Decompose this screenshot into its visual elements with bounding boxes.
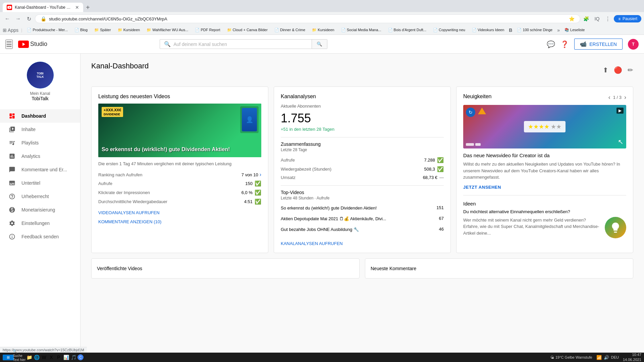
taskbar-chrome[interactable]: C: [77, 354, 84, 360]
news-article-desc: Willst du mehr zu den aktuellen Neuigkei…: [463, 161, 626, 181]
top-video-1[interactable]: So erkennst du (wirklich!) gute Dividend…: [281, 204, 444, 213]
sidebar-label-playlists: Playlists: [21, 140, 39, 145]
bookmark-pdf[interactable]: 📄 PDF Report: [193, 27, 222, 33]
yt-header: ☰ Studio 🔍 Auf deinem Kanal suchen 🔍 💬 ❓…: [0, 35, 644, 54]
bookmark-videokurs[interactable]: 📄 Videokurs Ideen: [470, 27, 506, 33]
settings-button[interactable]: ⋮: [603, 14, 612, 23]
new-tab-button[interactable]: +: [83, 4, 93, 11]
sidebar-item-inhalte[interactable]: Inhalte: [0, 123, 80, 136]
bookmark-dinner[interactable]: 📄 Dinner & Crime: [272, 27, 307, 33]
ca-umsatz-dash-icon: —: [439, 175, 444, 180]
taskbar-edge[interactable]: 🌐: [33, 354, 40, 361]
ranking-value[interactable]: 7 von 10 ›: [241, 172, 261, 178]
top-video-2-title: Aktien Depotupdate Mai 2021 🗒💰 Aktienkäu…: [281, 216, 439, 222]
create-button[interactable]: 📹 ERSTELLEN: [574, 39, 623, 50]
sidebar-item-dashboard[interactable]: Dashboard: [0, 109, 80, 123]
sidebar-item-feedback[interactable]: Feedback senden: [0, 230, 80, 243]
address-bar[interactable]: 🔒 studio.youtube.com/channel/UC6N5u-OiGz…: [35, 14, 580, 23]
ranking-chevron[interactable]: ›: [260, 172, 261, 178]
klickrate-row: Klickrate der Impressionen 6,0 % ✅: [98, 188, 261, 197]
apps-bookmark[interactable]: ⊞ Apps: [3, 27, 18, 33]
yt-studio-logo[interactable]: Studio: [18, 41, 47, 48]
news-thumbnail[interactable]: ★★★★ ★★ ▶ ↻: [463, 105, 626, 148]
sidebar-item-monetarisierung[interactable]: Monetarisierung: [0, 203, 80, 217]
monetarisierung-icon: [8, 206, 16, 213]
top-video-2[interactable]: Aktien Depotupdate Mai 2021 🗒💰 Aktienkäu…: [281, 215, 444, 223]
bookmark-kursideen2[interactable]: 📁 Kursideen: [310, 27, 336, 33]
bookmark-wahlfaecher[interactable]: 📁 Wahlfächer WU Aus...: [145, 27, 190, 33]
videoanalysen-link[interactable]: VIDEOANALYSEN AUFRUFEN: [98, 210, 261, 215]
user-avatar[interactable]: T: [628, 39, 639, 50]
news-prev-button[interactable]: ‹: [608, 94, 610, 101]
bookmark-kursideen1[interactable]: 📁 Kursideen: [116, 27, 142, 33]
bookmarks-overflow[interactable]: »: [557, 27, 560, 33]
bookmark-bois[interactable]: 📄 Bois d'Argent Duft...: [386, 27, 429, 33]
news-nav-counter: 1 / 3: [613, 95, 622, 100]
taskbar-app6[interactable]: 🎵: [70, 354, 77, 361]
top-video-3-title: Gut bezahlte Jobs OHNE Ausbildung 🔧: [281, 227, 439, 233]
channel-avatar[interactable]: TOBITALK: [27, 62, 54, 88]
kommentare-icon: [8, 166, 16, 173]
ca-wiedergabe-icon: ✅: [437, 166, 444, 172]
back-button[interactable]: ←: [3, 14, 12, 23]
top-video-3-views: 46: [439, 227, 444, 232]
sidebar-item-einstellungen[interactable]: Einstellungen: [0, 217, 80, 230]
time-display[interactable]: 10:47 14.06.2021: [623, 352, 641, 362]
sidebar-item-untertitel[interactable]: Untertitel: [0, 176, 80, 190]
bookmark-socialmedia[interactable]: 📄 Social Media Mana...: [339, 27, 383, 33]
bookmarks-more[interactable]: B: [509, 27, 512, 33]
kanalanalysen-link[interactable]: KANALANALYSEN AUFRUFEN: [281, 241, 444, 246]
top-video-3[interactable]: Gut bezahlte Jobs OHNE Ausbildung 🔧 46: [281, 225, 444, 234]
ca-wiedergabe-row: Wiedergabezeit (Stunden) 508,3 ✅: [281, 165, 444, 174]
live-button[interactable]: 🔴: [614, 66, 622, 74]
bookmark-cloud[interactable]: 📁 Cloud + Canva Bilder: [225, 27, 270, 33]
bookmark-spaeter[interactable]: 📁 Später: [92, 27, 113, 33]
channel-analytics-title: Kanalanalysen: [281, 94, 444, 100]
sidebar-item-analytics[interactable]: Analytics: [0, 149, 80, 163]
taskbar-apps: 🔍 Zur Suche Text hier eingeben: [16, 354, 23, 361]
help-button[interactable]: ❓: [560, 40, 569, 48]
news-cta-button[interactable]: JETZT ANSEHEN: [463, 185, 626, 190]
page-title: Kanal-Dashboard: [91, 62, 149, 70]
taskbar-powerpoint[interactable]: P: [55, 354, 62, 361]
search-submit-button[interactable]: 🔍: [312, 40, 327, 49]
search-bar: 🔍 Auf deinem Kanal suchen 🔍: [160, 39, 327, 49]
channel-avatar-img: TOBITALK: [27, 62, 54, 88]
taskbar-file-explorer[interactable]: 📁: [26, 354, 33, 361]
user-profile-button[interactable]: IQ: [592, 14, 602, 23]
pause-button[interactable]: ⏸ Pausiert: [614, 15, 641, 22]
bookmark-leseliste[interactable]: 📚 Leseliste: [562, 27, 587, 33]
tray-network-icon[interactable]: 📶: [596, 355, 602, 360]
kommentare-link[interactable]: KOMMENTARE ANZEIGEN (10): [98, 219, 261, 224]
extensions-button[interactable]: 🧩: [582, 14, 591, 23]
taskbar-app5[interactable]: 📊: [63, 354, 69, 361]
sidebar-item-urheberrecht[interactable]: Urheberrecht: [0, 190, 80, 203]
bookmark-produktsuche[interactable]: 📄 Produktsuche - Mer...: [25, 27, 70, 33]
menu-hamburger[interactable]: ☰: [5, 40, 13, 49]
news-alert-icon: [478, 108, 486, 114]
status-left: ⊞ 🔍 Zur Suche Text hier eingeben 📁 🌐 W X…: [3, 354, 84, 361]
main-content: Kanal-Dashboard ⬆ 🔴 ✏ Leistung des neues…: [80, 54, 644, 362]
sidebar-label-inhalte: Inhalte: [21, 127, 36, 132]
reload-button[interactable]: ↻: [24, 14, 34, 23]
notifications-button[interactable]: 💬: [547, 40, 555, 48]
upload-button[interactable]: ⬆: [603, 66, 608, 74]
sidebar-item-kommentare[interactable]: Kommentare und Er...: [0, 163, 80, 176]
edit-button[interactable]: ✏: [628, 66, 633, 74]
sidebar-item-playlists[interactable]: Playlists: [0, 136, 80, 149]
active-tab[interactable]: Kanal-Dashboard - YouTube Stu... ✕: [3, 3, 83, 12]
taskbar-excel[interactable]: X: [48, 354, 55, 361]
bookmark-100[interactable]: 📄 100 schöne Dinge: [515, 27, 554, 33]
bookmark-blog[interactable]: 📄 Blog: [72, 27, 90, 33]
bookmark-copywriting[interactable]: 📄 Copywriting neu: [431, 27, 467, 33]
video-thumbnail[interactable]: +XXX.XX€DIVIDENDE 👤 So erkennst du (wirk…: [98, 104, 261, 157]
tab-close-button[interactable]: ✕: [75, 5, 79, 10]
taskbar-word[interactable]: W: [41, 354, 47, 361]
forward-button[interactable]: →: [13, 14, 23, 23]
aufrufe-label: Aufrufe: [98, 181, 112, 186]
taskbar-search[interactable]: 🔍 Zur Suche Text hier eingeben: [16, 354, 23, 361]
summary-period: Letzte 28 Tage: [281, 147, 444, 152]
klickrate-check-icon: ✅: [255, 189, 261, 196]
news-next-button[interactable]: ›: [624, 94, 626, 101]
tray-volume-icon[interactable]: 🔊: [604, 355, 609, 360]
